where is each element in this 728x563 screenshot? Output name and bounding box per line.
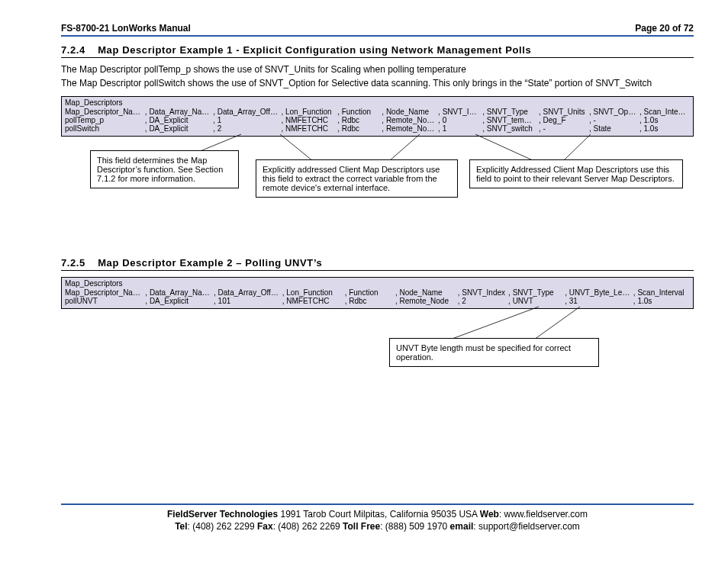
footer-email: : support@fieldserver.com [473,521,580,532]
table-cell: , Rdbc [337,116,382,124]
table-heading: Map_Descriptors [65,279,690,288]
table-cell: , Deg_F [539,116,589,124]
callout-arrows-2 [61,309,694,378]
table-column-header: , Lon_Function [281,108,337,116]
table-cell: , 1.0s [639,116,690,124]
table-cell: , 1.0s [633,297,690,305]
table-cell: , 101 [214,297,282,305]
table-column-header: , UNVT_Byte_Length [565,288,633,297]
table-column-header: , Data_Array_Offset [213,108,281,116]
table-column-header: , Node_Name [395,288,458,297]
footer-company: FieldServer Technologies [167,509,278,520]
paragraph: The Map Descriptor pollTemp_p shows the … [61,64,694,75]
table-column-header: , Function [345,288,395,297]
section-title-725: 7.2.5 Map Descriptor Example 2 – Polling… [61,257,694,271]
footer-address: 1991 Tarob Court Milpitas, California 95… [278,509,480,520]
section-heading: Map Descriptor Example 2 – Polling UNVT’… [98,257,322,269]
table-column-header: , Node_Name [382,108,438,116]
table-cell: , Remote_Node [395,297,458,305]
footer-email-label: email [450,521,474,532]
table-cell: , NMFETCHC [282,297,345,305]
table-cell: , NMFETCHC [281,116,337,124]
footer-tollfree-label: Toll Free [343,521,380,532]
header-rule [61,35,694,37]
table-cell: , 2 [458,297,508,305]
table-column-header: , SNVT_Index [438,108,482,116]
table-cell: , State [589,124,639,133]
table-row: pollUNVT, DA_Explicit, 101, NMFETCHC, Rd… [65,297,690,305]
table-cell: , - [589,116,639,124]
table-row: pollTemp_p, DA_Explicit, 1, NMFETCHC, Rd… [65,116,690,124]
page-footer: FieldServer Technologies 1991 Tarob Cour… [61,503,694,532]
section-heading: Map Descriptor Example 1 - Explicit Conf… [98,44,531,56]
section-title-724: 7.2.4 Map Descriptor Example 1 - Explici… [61,44,694,58]
paragraph: The Map Descriptor pollSwitch shows the … [61,78,694,88]
table-column-header: Map_Descriptor_Name [65,288,145,297]
callout-box: UNVT Byte length must be specified for c… [389,338,599,367]
table-cell: pollTemp_p [65,116,145,124]
table-column-header: , Lon_Function [282,288,345,297]
table-cell: , Remote_Node [382,124,438,133]
table-cell: , DA_Explicit [145,297,214,305]
footer-web: : www.fieldserver.com [499,509,588,520]
table-cell: , 1 [438,124,482,133]
table-cell: , SNVT_temp_p [482,116,539,124]
map-descriptors-table-2: Map_Descriptors Map_Descriptor_Name, Dat… [61,277,694,309]
table-cell: , NMFETCHC [281,124,337,133]
footer-tel: : (408) 262 2299 [188,521,257,532]
footer-web-label: Web [480,509,499,520]
callout-box: This field determines the Map Descriptor… [90,150,239,188]
section-number: 7.2.5 [61,257,85,269]
table-cell: , DA_Explicit [145,116,213,124]
table-cell: , Rdbc [345,297,395,305]
map-descriptors-table-1: Map_Descriptors Map_Descriptor_Name, Dat… [61,96,694,137]
table-column-header: , SNVT_Option [589,108,639,116]
table-cell: , 2 [213,124,281,133]
table-column-header: , Data_Array_Name [145,288,214,297]
doc-title: FS-8700-21 LonWorks Manual [61,23,191,34]
table-heading: Map_Descriptors [65,98,690,107]
table-cell: , 1 [213,116,281,124]
table-column-header: , Function [337,108,382,116]
table-cell: , 1.0s [639,124,690,133]
table-column-header: , SNVT_Index [458,288,508,297]
table-cell: , - [539,124,589,133]
table-column-header: , Scan_Interval [639,108,690,116]
table-column-header: , Data_Array_Offset [214,288,282,297]
table-cell: pollSwitch [65,124,145,133]
table-cell: , DA_Explicit [145,124,213,133]
table-cell: , Rdbc [337,124,382,133]
table-column-header: , SNVT_Type [482,108,539,116]
table-column-header: Map_Descriptor_Name [65,108,145,116]
table-column-header: , SNVT_Type [508,288,565,297]
table-cell: , 31 [565,297,633,305]
footer-tel-label: Tel [175,521,187,532]
section-number: 7.2.4 [61,44,85,56]
callout-box: Explicitly addressed Client Map Descript… [256,159,458,198]
table-column-header: , SNVT_Units [539,108,589,116]
page-number: Page 20 of 72 [635,23,694,34]
footer-tollfree: : (888) 509 1970 [380,521,449,532]
table-column-header: , Scan_Interval [633,288,690,297]
table-cell: , 0 [438,116,482,124]
table-cell: , SNVT_switch [482,124,539,133]
footer-fax: : (408) 262 2269 [273,521,343,532]
table-cell: , Remote_Node [382,116,438,124]
table-cell: , UNVT [508,297,565,305]
table-cell: pollUNVT [65,297,145,305]
callout-box: Explicitly Addressed Client Map Descript… [469,159,683,188]
footer-fax-label: Fax [257,521,273,532]
table-column-header: , Data_Array_Name [145,108,213,116]
table-row: pollSwitch, DA_Explicit, 2, NMFETCHC, Rd… [65,124,690,133]
